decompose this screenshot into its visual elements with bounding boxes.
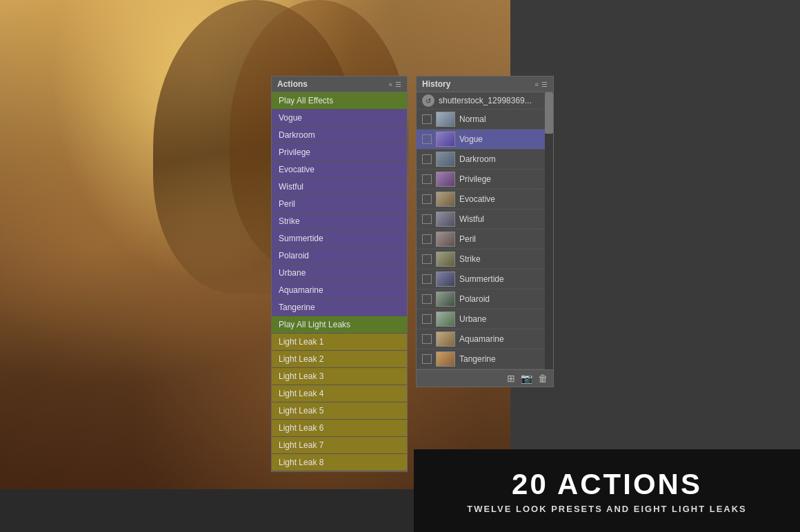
history-scroll-container: ↺shutterstock_12998369...NormalVogueDark… — [417, 92, 553, 369]
history-item-wistful[interactable]: Wistful — [417, 209, 553, 229]
action-item-play-all-light-leaks[interactable]: Play All Light Leaks — [272, 316, 407, 334]
actions-panel-controls: « ☰ — [388, 81, 401, 88]
history-item-checkbox[interactable] — [422, 134, 432, 144]
history-item-label: Normal — [459, 114, 486, 124]
action-item-vogue[interactable]: Vogue — [272, 110, 407, 127]
history-item-thumbnail — [436, 192, 455, 207]
history-item-aquamarine[interactable]: Aquamarine — [417, 329, 553, 349]
promo-title: 20 ACTIONS — [512, 468, 702, 501]
history-item-checkbox[interactable] — [422, 274, 432, 284]
history-item-label: Urbane — [459, 314, 486, 324]
history-item-checkbox[interactable] — [422, 254, 432, 264]
history-item-strike[interactable]: Strike — [417, 249, 553, 269]
history-item-vogue[interactable]: Vogue — [417, 130, 553, 150]
history-collapse-btn[interactable]: « — [534, 81, 539, 88]
action-item-light-leak-8[interactable]: Light Leak 8 — [272, 454, 407, 471]
history-item-thumbnail — [436, 331, 455, 347]
action-item-strike[interactable]: Strike — [272, 213, 407, 230]
history-list: ↺shutterstock_12998369...NormalVogueDark… — [417, 92, 553, 369]
action-item-evocative[interactable]: Evocative — [272, 161, 407, 178]
history-menu-btn[interactable]: ☰ — [541, 81, 548, 88]
history-item-checkbox[interactable] — [422, 234, 432, 244]
history-item-label: Strike — [459, 254, 481, 264]
history-item-thumbnail — [436, 112, 455, 127]
history-item-thumbnail — [436, 311, 455, 327]
history-item-thumbnail — [436, 272, 455, 287]
action-item-light-leak-3[interactable]: Light Leak 3 — [272, 368, 407, 385]
history-item-checkbox[interactable] — [422, 354, 432, 364]
history-item-label: Tangerine — [459, 354, 496, 364]
actions-menu-btn[interactable]: ☰ — [395, 81, 401, 88]
action-item-light-leak-5[interactable]: Light Leak 5 — [272, 402, 407, 420]
history-panel: History « ☰ ↺shutterstock_12998369...Nor… — [416, 76, 554, 387]
history-item-label: Evocative — [459, 194, 495, 204]
history-item-checkbox[interactable] — [422, 154, 432, 164]
action-item-darkroom[interactable]: Darkroom — [272, 127, 407, 144]
action-item-light-leak-4[interactable]: Light Leak 4 — [272, 385, 407, 402]
actions-list: Play All EffectsVogueDarkroomPrivilegeEv… — [272, 92, 407, 471]
history-item-thumbnail — [436, 232, 455, 247]
history-item-polaroid[interactable]: Polaroid — [417, 289, 553, 309]
history-item-label: Vogue — [459, 134, 483, 144]
history-source-icon: ↺ — [422, 94, 434, 107]
actions-collapse-btn[interactable]: « — [388, 81, 392, 88]
history-item-normal[interactable]: Normal — [417, 110, 553, 130]
history-item-shutterstock_12998369[interactable]: ↺shutterstock_12998369... — [417, 92, 553, 110]
history-item-darkroom[interactable]: Darkroom — [417, 150, 553, 170]
action-item-tangerine[interactable]: Tangerine — [272, 299, 407, 316]
history-item-label: Aquamarine — [459, 334, 504, 344]
history-bottom-toolbar: ⊞ 📷 🗑 — [417, 369, 553, 387]
action-item-light-leak-1[interactable]: Light Leak 1 — [272, 334, 407, 351]
history-panel-title: History — [422, 79, 450, 89]
history-item-summertide[interactable]: Summertide — [417, 269, 553, 289]
history-item-label: shutterstock_12998369... — [439, 96, 532, 105]
action-item-wistful[interactable]: Wistful — [272, 178, 407, 196]
history-panel-controls: « ☰ — [534, 81, 548, 88]
history-scrollbar-thumb[interactable] — [545, 92, 553, 134]
action-item-light-leak-7[interactable]: Light Leak 7 — [272, 437, 407, 454]
actions-panel-title: Actions — [277, 79, 308, 89]
history-item-peril[interactable]: Peril — [417, 229, 553, 249]
history-item-thumbnail — [436, 132, 455, 147]
history-item-privilege[interactable]: Privilege — [417, 170, 553, 190]
action-item-summertide[interactable]: Summertide — [272, 230, 407, 247]
history-item-label: Wistful — [459, 214, 484, 224]
action-item-urbane[interactable]: Urbane — [272, 265, 407, 282]
history-delete-btn[interactable]: 🗑 — [538, 373, 548, 384]
history-new-snapshot-btn[interactable]: ⊞ — [507, 373, 515, 384]
history-item-checkbox[interactable] — [422, 314, 432, 324]
history-item-evocative[interactable]: Evocative — [417, 190, 553, 209]
history-item-thumbnail — [436, 351, 455, 367]
history-item-urbane[interactable]: Urbane — [417, 309, 553, 329]
history-item-thumbnail — [436, 252, 455, 267]
history-item-checkbox[interactable] — [422, 214, 432, 224]
history-camera-btn[interactable]: 📷 — [521, 373, 532, 384]
history-item-label: Polaroid — [459, 294, 490, 304]
action-item-peril[interactable]: Peril — [272, 196, 407, 213]
history-panel-header: History « ☰ — [417, 76, 553, 92]
history-item-thumbnail — [436, 172, 455, 187]
history-item-label: Privilege — [459, 174, 491, 184]
actions-panel: Actions « ☰ Play All EffectsVogueDarkroo… — [271, 76, 408, 472]
action-item-light-leak-2[interactable]: Light Leak 2 — [272, 351, 407, 368]
promo-subtitle: TWELVE LOOK PRESETS AND EIGHT LIGHT LEAK… — [467, 504, 747, 514]
actions-panel-header: Actions « ☰ — [272, 76, 407, 92]
history-item-tangerine[interactable]: Tangerine — [417, 349, 553, 369]
action-item-privilege[interactable]: Privilege — [272, 144, 407, 161]
history-item-checkbox[interactable] — [422, 334, 432, 344]
action-item-play-all-effects[interactable]: Play All Effects — [272, 92, 407, 110]
history-item-label: Summertide — [459, 274, 504, 284]
history-item-thumbnail — [436, 291, 455, 307]
action-item-aquamarine[interactable]: Aquamarine — [272, 282, 407, 299]
history-item-checkbox[interactable] — [422, 194, 432, 204]
history-item-thumbnail — [436, 212, 455, 227]
history-item-checkbox[interactable] — [422, 174, 432, 184]
history-item-label: Peril — [459, 234, 476, 244]
history-scrollbar[interactable] — [545, 92, 553, 369]
history-item-checkbox[interactable] — [422, 294, 432, 304]
action-item-light-leak-6[interactable]: Light Leak 6 — [272, 420, 407, 437]
history-item-label: Darkroom — [459, 154, 496, 164]
action-item-polaroid[interactable]: Polaroid — [272, 247, 407, 265]
promo-text-block: 20 ACTIONS TWELVE LOOK PRESETS AND EIGHT… — [414, 449, 800, 532]
history-item-checkbox[interactable] — [422, 114, 432, 124]
